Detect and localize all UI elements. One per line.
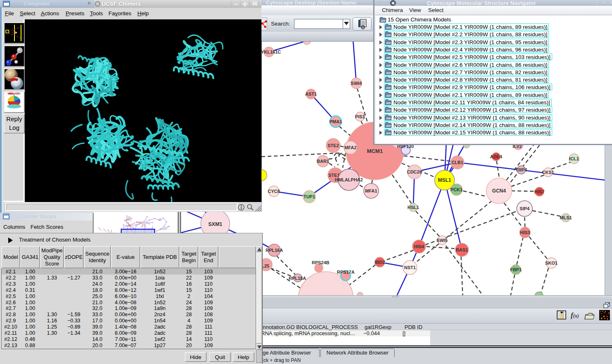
svg-text:GCN4: GCN4 — [492, 188, 506, 194]
svg-text:YKL161C: YKL161C — [261, 49, 281, 54]
svg-text:CKS1: CKS1 — [542, 170, 554, 175]
svg-text:RPL18A: RPL18A — [289, 276, 306, 281]
svg-text:BAR1: BAR1 — [317, 159, 329, 164]
svg-text:RPS24B: RPS24B — [312, 260, 330, 265]
svg-text:ICL1: ICL1 — [569, 156, 579, 161]
svg-text:SWI5: SWI5 — [437, 238, 448, 243]
svg-text:HMLALPHA2: HMLALPHA2 — [335, 177, 363, 182]
svg-text:NST1: NST1 — [404, 265, 416, 270]
svg-text:MFA2: MFA2 — [344, 145, 356, 150]
svg-text:MCM1: MCM1 — [367, 148, 383, 154]
svg-text:HIS4: HIS4 — [414, 244, 424, 249]
svg-text:TUP1: TUP1 — [304, 194, 315, 199]
svg-text:RPL16A: RPL16A — [266, 248, 283, 253]
svg-text:HSL1: HSL1 — [407, 205, 419, 210]
svg-text:IBD2: IBD2 — [374, 260, 385, 265]
svg-text:FBP1: FBP1 — [510, 267, 522, 272]
svg-text:PMA1: PMA1 — [330, 119, 342, 124]
svg-text:MLS1: MLS1 — [560, 215, 572, 220]
svg-text:MSL1: MSL1 — [438, 177, 451, 183]
svg-text:AST1: AST1 — [305, 92, 317, 96]
svg-text:PCK1: PCK1 — [450, 187, 462, 192]
svg-text:RPS17A: RPS17A — [337, 270, 355, 275]
svg-text:SXM1: SXM1 — [208, 221, 222, 227]
svg-text:SIP4: SIP4 — [520, 206, 530, 211]
svg-text:SKO1: SKO1 — [545, 261, 558, 265]
svg-text:PIS1: PIS1 — [355, 114, 365, 119]
svg-text:CLB1: CLB1 — [452, 160, 464, 165]
svg-text:STE2: STE2 — [327, 143, 339, 148]
svg-text:TRP4: TRP4 — [515, 167, 527, 172]
svg-text:CYC8: CYC8 — [268, 189, 280, 194]
svg-text:BAS1: BAS1 — [456, 247, 468, 252]
svg-text:HIS3: HIS3 — [520, 230, 530, 235]
svg-text:SWI4: SWI4 — [351, 81, 362, 86]
svg-text:ADE4: ADE4 — [490, 154, 502, 159]
svg-text:MFA1: MFA1 — [365, 188, 377, 193]
svg-text:HIS7: HIS7 — [534, 189, 544, 194]
svg-text:CDC28: CDC28 — [407, 169, 422, 174]
